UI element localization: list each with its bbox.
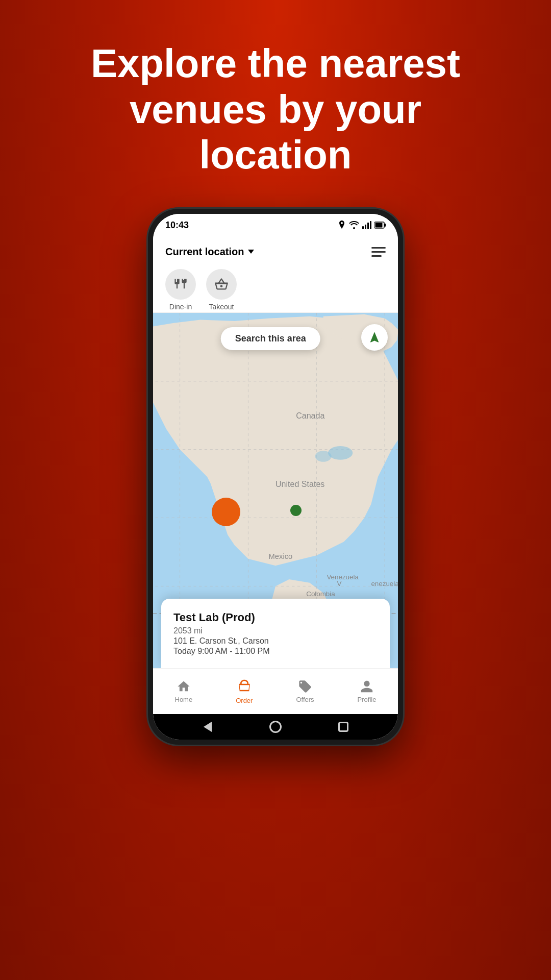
svg-rect-2 xyxy=(367,223,369,229)
takeout-icon-circle xyxy=(206,269,237,300)
basket-icon xyxy=(214,277,229,291)
green-marker xyxy=(290,505,302,516)
home-circle-icon xyxy=(269,721,282,733)
utensils-icon xyxy=(173,277,188,291)
venue-card[interactable]: Test Lab (Prod) 2053 mi 101 E. Carson St… xyxy=(161,599,390,668)
svg-rect-6 xyxy=(375,223,383,228)
home-nav-label: Home xyxy=(175,696,193,703)
recents-button[interactable] xyxy=(336,719,351,734)
takeout-label: Takeout xyxy=(209,303,234,311)
phone-frame: 10:43 Current location xyxy=(148,209,403,745)
category-chip-dine-in[interactable]: Dine-in xyxy=(165,269,196,311)
dine-in-label: Dine-in xyxy=(169,303,192,311)
nav-item-offers[interactable]: Offers xyxy=(296,679,314,703)
recents-square-icon xyxy=(338,722,348,732)
svg-text:Mexico: Mexico xyxy=(269,552,293,560)
location-status-icon xyxy=(338,220,346,230)
status-time: 10:43 xyxy=(165,220,189,231)
phone-mockup: 10:43 Current location xyxy=(148,209,403,745)
svg-text:United States: United States xyxy=(276,479,324,488)
svg-text:Colombia: Colombia xyxy=(306,591,335,598)
gesture-bar xyxy=(153,714,398,740)
home-icon xyxy=(177,679,191,694)
nav-item-home[interactable]: Home xyxy=(175,679,193,703)
search-area-label: Search this area xyxy=(235,333,306,344)
category-bar: Dine-in Takeout xyxy=(153,267,398,313)
headline-text2: venues by your xyxy=(130,87,421,132)
offers-nav-label: Offers xyxy=(296,696,314,703)
category-chip-takeout[interactable]: Takeout xyxy=(206,269,237,311)
chevron-down-icon xyxy=(248,250,254,254)
location-selector[interactable]: Current location xyxy=(165,246,254,258)
wifi-icon xyxy=(349,221,359,229)
venue-name: Test Lab (Prod) xyxy=(173,611,378,624)
bottom-nav: Home Order Offers xyxy=(153,668,398,714)
navigate-icon xyxy=(368,331,381,344)
headline: Explore the nearest venues by your locat… xyxy=(60,41,491,178)
status-bar: 10:43 xyxy=(153,214,398,236)
svg-rect-5 xyxy=(384,224,386,227)
signal-icon xyxy=(362,221,371,229)
venue-hours: Today 9:00 AM - 11:00 PM xyxy=(173,647,378,656)
menu-line1 xyxy=(371,247,386,249)
top-bar: Current location xyxy=(153,236,398,267)
back-button[interactable] xyxy=(200,719,215,734)
svg-rect-1 xyxy=(365,225,366,229)
profile-icon xyxy=(360,679,374,694)
dine-in-icon-circle xyxy=(165,269,196,300)
status-icons xyxy=(338,220,386,230)
nav-item-order[interactable]: Order xyxy=(236,678,253,704)
home-button[interactable] xyxy=(268,719,283,734)
battery-icon xyxy=(374,222,386,229)
locate-me-button[interactable] xyxy=(361,324,388,351)
menu-line2 xyxy=(371,251,386,253)
search-area-button[interactable]: Search this area xyxy=(221,327,320,350)
venue-address: 101 E. Carson St., Carson xyxy=(173,636,378,646)
profile-nav-label: Profile xyxy=(358,696,377,703)
venue-distance: 2053 mi xyxy=(173,626,378,635)
current-location-label: Current location xyxy=(165,246,244,258)
offers-icon xyxy=(298,679,312,694)
svg-text:Canada: Canada xyxy=(296,411,324,421)
headline-text3: location xyxy=(199,132,352,177)
phone-screen: 10:43 Current location xyxy=(153,214,398,740)
back-triangle-icon xyxy=(204,722,212,732)
svg-text:Venezuela: Venezuela xyxy=(327,573,359,581)
menu-line3 xyxy=(371,255,382,257)
orange-marker xyxy=(212,498,240,526)
svg-rect-3 xyxy=(370,221,371,229)
svg-rect-0 xyxy=(362,226,364,229)
map-area[interactable]: Canada United States Mexico Venezuela Ve… xyxy=(153,313,398,668)
headline-text: Explore the nearest xyxy=(91,41,460,86)
svg-point-24 xyxy=(315,451,332,461)
nav-item-profile[interactable]: Profile xyxy=(358,679,377,703)
order-icon xyxy=(236,678,253,695)
hamburger-menu-button[interactable] xyxy=(371,247,386,257)
order-nav-label: Order xyxy=(236,697,253,704)
svg-point-23 xyxy=(328,446,353,460)
